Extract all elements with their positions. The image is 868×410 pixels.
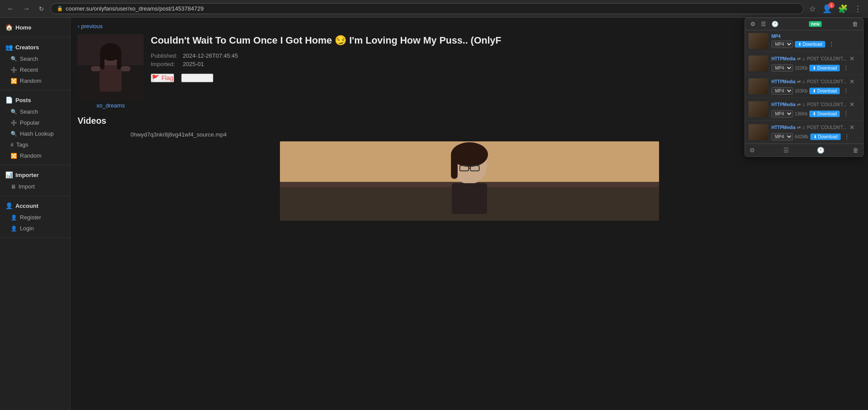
sidebar-item-label: Register — [20, 214, 41, 221]
dl-thumbnail — [749, 78, 768, 94]
download-item: HTTPMedia ⇄ ♫ POST 'COULDN'T... ✕ MP4 13… — [745, 98, 863, 121]
account-icon: 👤 — [5, 202, 13, 209]
dl-source-name: HTTPMedia — [771, 125, 795, 130]
url-text: coomer.su/onlyfans/user/xo_dreams/post/1… — [66, 5, 204, 12]
random-icon: 🔀 — [11, 78, 17, 84]
sidebar-item-register[interactable]: 👤 Register — [0, 212, 70, 223]
panel-footer-delete[interactable]: 🗑 — [852, 146, 860, 155]
dl-download-btn[interactable]: ⬇ Download — [810, 133, 841, 140]
menu-button[interactable]: ⋮ — [852, 3, 864, 15]
dl-download-btn[interactable]: ⬇ Download — [809, 111, 840, 117]
dl-controls: MP4 642Mb ⬇ Download ⋮ — [771, 133, 860, 140]
sidebar-home[interactable]: 🏠 Home — [0, 21, 70, 33]
download-item: MP4 MP4 ⬇ Download ⋮ — [745, 30, 863, 52]
importer-icon: 📊 — [5, 171, 13, 178]
download-panel-header: ⚙ ☰ 🕐 new 🗑 — [745, 18, 863, 30]
search-icon: 🔍 — [11, 109, 17, 115]
dl-format-select[interactable]: MP4 — [771, 87, 793, 95]
panel-controls: ⚙ ☰ 🕐 — [749, 20, 780, 28]
favorite-button[interactable]: ☆ Favorite — [181, 74, 213, 82]
video-player[interactable] — [280, 141, 659, 221]
back-button[interactable]: ← — [4, 4, 17, 14]
dl-source-name: MP4 — [771, 34, 781, 39]
flag-button[interactable]: 🚩 Flag — [151, 74, 174, 82]
sidebar-item-label: Random — [20, 78, 41, 84]
profile-button[interactable]: 👤 1 — [820, 3, 834, 15]
star-button[interactable]: ☆ — [807, 3, 818, 15]
sidebar-item-login[interactable]: 👤 Login — [0, 223, 70, 234]
dl-source-name: HTTPMedia — [771, 79, 795, 84]
sidebar: 🏠 Home 👥 Creators 🔍 Search ➕ Recent 🔀 Ra… — [0, 18, 71, 410]
flag-icon: 🚩 — [152, 74, 159, 81]
sidebar-item-posts-search[interactable]: 🔍 Search — [0, 106, 70, 117]
dl-info: HTTPMedia ⇄ ♫ POST 'COULDN'T... ✕ MP4 15… — [771, 55, 860, 72]
panel-delete-btn[interactable]: 🗑 — [850, 20, 860, 28]
dl-controls: MP4 136Kb ⬇ Download ⋮ — [771, 110, 860, 118]
lock-icon: 🔒 — [57, 6, 63, 11]
sidebar-item-posts-popular[interactable]: ➕ Popular — [0, 117, 70, 128]
dl-close-btn[interactable]: ✕ — [848, 55, 856, 63]
dl-download-btn[interactable]: ⬇ Download — [809, 88, 840, 94]
prev-link[interactable]: ‹ previous — [78, 23, 103, 30]
dl-download-btn[interactable]: ⬇ Download — [809, 65, 840, 71]
panel-list-btn[interactable]: ☰ — [759, 20, 768, 28]
panel-footer-settings[interactable]: ⚙ — [749, 146, 756, 155]
sidebar-posts-header[interactable]: 📄 Posts — [0, 94, 70, 106]
dl-format-select[interactable]: MP4 — [771, 41, 793, 48]
dl-menu-btn[interactable]: ⋮ — [842, 133, 851, 140]
dl-menu-btn[interactable]: ⋮ — [842, 64, 850, 72]
sidebar-item-posts-random[interactable]: 🔀 Random — [0, 150, 70, 161]
videos-title: Videos — [78, 116, 861, 126]
sidebar-item-creators-recent[interactable]: ➕ Recent — [0, 64, 70, 75]
hash-icon: 🔍 — [11, 131, 17, 137]
panel-footer-history[interactable]: 🕐 — [816, 146, 825, 155]
avatar — [78, 34, 144, 100]
dl-menu-btn[interactable]: ⋮ — [842, 87, 850, 95]
svg-rect-8 — [121, 66, 130, 71]
sidebar-importer-header[interactable]: 📊 Importer — [0, 169, 70, 181]
dl-thumbnail — [749, 101, 768, 117]
posts-icon: 📄 — [5, 96, 13, 103]
dl-format-select[interactable]: MP4 — [771, 133, 793, 140]
sidebar-item-creators-random[interactable]: 🔀 Random — [0, 75, 70, 86]
sidebar-item-posts-hash[interactable]: 🔍 Hash Lookup — [0, 128, 70, 139]
sidebar-item-creators-search[interactable]: 🔍 Search — [0, 53, 70, 64]
dl-info: MP4 MP4 ⬇ Download ⋮ — [771, 34, 860, 48]
random-icon: 🔀 — [11, 153, 17, 159]
sidebar-item-import[interactable]: 🖥 Import — [0, 181, 70, 192]
browser-chrome: ← → ↻ 🔒 coomer.su/onlyfans/user/xo_dream… — [0, 0, 868, 18]
panel-settings-btn[interactable]: ⚙ — [749, 20, 757, 28]
dl-close-btn[interactable]: ✕ — [848, 100, 856, 108]
dl-format-select[interactable]: MP4 — [771, 64, 793, 72]
dl-source: HTTPMedia ⇄ ♫ POST 'COULDN'T... ✕ — [771, 55, 860, 63]
sidebar-account-header[interactable]: 👤 Account — [0, 199, 70, 212]
dl-menu-btn[interactable]: ⋮ — [827, 40, 836, 48]
posts-label: Posts — [15, 97, 31, 103]
imported-label: Imported: — [151, 61, 178, 67]
dl-download-btn[interactable]: ⬇ Download — [795, 41, 825, 48]
posts-section: 📄 Posts 🔍 Search ➕ Popular 🔍 Hash Lookup… — [0, 90, 70, 165]
refresh-button[interactable]: ↻ — [36, 4, 47, 13]
dl-thumbnail — [749, 33, 768, 49]
dl-format-select[interactable]: MP4 — [771, 110, 793, 118]
sidebar-item-posts-tags[interactable]: # Tags — [0, 139, 70, 150]
search-icon: 🔍 — [11, 56, 17, 62]
extensions-button[interactable]: 🧩 — [836, 3, 849, 15]
panel-history-btn[interactable]: 🕐 — [770, 20, 780, 28]
app-layout: 🏠 Home 👥 Creators 🔍 Search ➕ Recent 🔀 Ra… — [0, 18, 868, 410]
dl-close-btn[interactable]: ✕ — [848, 78, 856, 85]
sidebar-item-label: Hash Lookup — [20, 130, 54, 137]
svg-rect-6 — [117, 50, 121, 70]
sidebar-creators-header[interactable]: 👥 Creators — [0, 41, 70, 53]
panel-footer-list[interactable]: ☰ — [782, 146, 790, 155]
import-icon: 🖥 — [11, 184, 16, 190]
url-bar[interactable]: 🔒 coomer.su/onlyfans/user/xo_dreams/post… — [50, 3, 804, 14]
tags-icon: # — [11, 142, 14, 148]
forward-button[interactable]: → — [20, 4, 33, 14]
sidebar-item-label: Search — [20, 55, 38, 62]
dl-close-btn[interactable]: ✕ — [848, 123, 856, 131]
dl-menu-btn[interactable]: ⋮ — [842, 110, 850, 118]
svg-rect-5 — [100, 50, 104, 70]
creators-section: 👥 Creators 🔍 Search ➕ Recent 🔀 Random — [0, 37, 70, 90]
creator-name[interactable]: xo_dreams — [78, 100, 144, 109]
